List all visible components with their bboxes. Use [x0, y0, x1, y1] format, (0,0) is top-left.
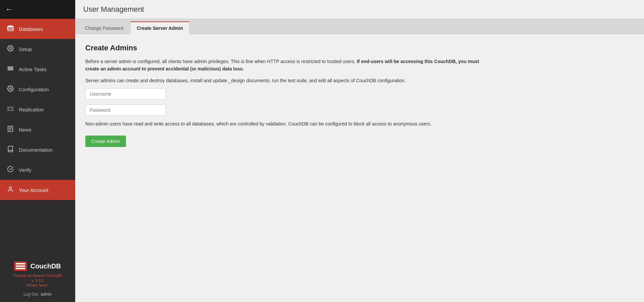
svg-point-7 — [10, 88, 11, 89]
sidebar-nav: Databases Setup A — [0, 19, 75, 254]
create-admins-title: Create Admins — [85, 44, 634, 52]
footer-user: admin — [41, 292, 52, 297]
tab-create-server-admin[interactable]: Create Server Admin — [130, 21, 189, 34]
footer-fauxton: Fauxton on Apache CouchDB — [5, 273, 70, 278]
note-text: Non-admin users have read and write acce… — [85, 120, 455, 128]
sidebar-item-active-tasks[interactable]: Active Tasks — [0, 59, 75, 79]
svg-point-0 — [7, 25, 13, 27]
sidebar-item-news[interactable]: News — [0, 119, 75, 140]
logo-stripe-2 — [16, 265, 25, 267]
configuration-icon — [7, 85, 14, 94]
news-icon — [7, 125, 14, 134]
sidebar-item-verify[interactable]: Verify — [0, 160, 75, 180]
svg-point-18 — [9, 187, 12, 189]
setup-icon — [7, 45, 14, 53]
sidebar-item-news-label: News — [19, 127, 32, 133]
sidebar-item-documentation[interactable]: Documentation — [0, 140, 75, 160]
sidebar-item-active-tasks-label: Active Tasks — [19, 66, 47, 72]
info-paragraph-1-normal: Before a server admin is configured, all… — [85, 59, 357, 64]
your-account-icon — [7, 186, 14, 194]
sidebar-item-verify-label: Verify — [19, 167, 32, 173]
content-area: Create Admins Before a server admin is c… — [75, 34, 644, 302]
sidebar-item-replication[interactable]: Replication — [0, 99, 75, 119]
username-input[interactable] — [85, 88, 166, 100]
fauxton-link[interactable]: Apache CouchDB — [33, 273, 62, 278]
databases-icon — [7, 25, 14, 33]
sidebar-item-setup-label: Setup — [19, 46, 32, 52]
logout-link[interactable]: Log Out — [24, 292, 38, 297]
documentation-icon — [7, 146, 14, 154]
page-title: User Management — [83, 5, 144, 14]
password-input[interactable] — [85, 104, 166, 116]
info-paragraph-2: Server admins can create and destroy dat… — [85, 77, 488, 84]
sidebar-footer: CouchDB Fauxton on Apache CouchDB v. 3.3… — [0, 254, 75, 302]
couchdb-name: CouchDB — [30, 262, 61, 270]
footer-logout-area: Log Out admin — [5, 292, 70, 297]
sidebar-top: ← — [0, 0, 75, 19]
couchdb-logo-icon — [14, 261, 27, 271]
main-header: User Management — [75, 0, 644, 19]
info-paragraph-1: Before a server admin is configured, all… — [85, 58, 488, 73]
create-admin-button[interactable]: Create Admin — [85, 136, 126, 147]
sidebar-item-configuration-label: Configuration — [19, 87, 49, 92]
couchdb-logo: CouchDB — [5, 261, 70, 271]
tab-change-password[interactable]: Change Password — [79, 22, 130, 34]
tabs-bar: Change Password Create Server Admin — [75, 19, 644, 34]
footer-version: v. 3.3.2 — [5, 279, 70, 283]
logo-stripe-1 — [16, 263, 25, 264]
back-icon[interactable]: ← — [5, 5, 13, 14]
sidebar-item-databases[interactable]: Databases — [0, 19, 75, 39]
sidebar-item-setup[interactable]: Setup — [0, 39, 75, 59]
footer-whats-new[interactable]: What's New? — [5, 283, 70, 287]
fauxton-label: Fauxton on — [13, 273, 32, 278]
sidebar: ← Databases Setup — [0, 0, 75, 302]
logo-stripe-3 — [16, 268, 25, 269]
sidebar-item-replication-label: Replication — [19, 107, 44, 112]
verify-icon — [7, 166, 14, 174]
sidebar-item-configuration[interactable]: Configuration — [0, 79, 75, 99]
sidebar-item-documentation-label: Documentation — [19, 147, 53, 153]
sidebar-item-databases-label: Databases — [19, 26, 43, 32]
sidebar-item-your-account[interactable]: Your Account — [0, 180, 75, 200]
sidebar-item-your-account-label: Your Account — [19, 187, 48, 193]
main-content: User Management Change Password Create S… — [75, 0, 644, 302]
replication-icon — [7, 106, 14, 113]
active-tasks-icon — [7, 65, 14, 73]
svg-point-1 — [10, 47, 11, 49]
